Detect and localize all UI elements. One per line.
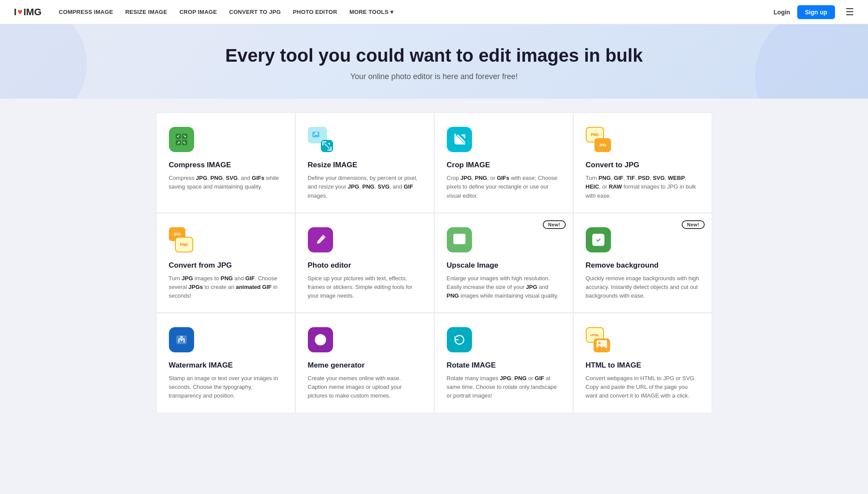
signup-button[interactable]: Sign up <box>797 5 835 19</box>
svg-point-14 <box>455 236 458 239</box>
tool-card-meme[interactable]: Meme generator Create your memes online … <box>295 313 434 413</box>
photo-editor-title: Photo editor <box>308 261 422 270</box>
compress-icon: ↙ ↘ ↗ ↖ <box>169 127 194 152</box>
hamburger-menu[interactable]: ☰ <box>845 7 854 18</box>
upscale-desc: Enlarge your images with high resolution… <box>447 274 561 300</box>
remove-bg-desc: Quickly remove image backgrounds with hi… <box>586 274 700 300</box>
logo-heart-icon: ♥ <box>17 7 23 17</box>
watermark-desc: Stamp an image or text over your images … <box>169 374 283 400</box>
tool-card-remove-bg[interactable]: New! Remove background Quickly remove im… <box>573 213 712 313</box>
rotate-desc: Rotate many images JPG, PNG or GIF at sa… <box>447 374 561 400</box>
compress-title: Compress IMAGE <box>169 161 283 169</box>
upscale-icon <box>447 227 472 252</box>
nav-right: Login Sign up ☰ <box>774 5 854 19</box>
navbar: I ♥ IMG COMPRESS IMAGE RESIZE IMAGE CROP… <box>0 0 868 24</box>
watermark-title: Watermark IMAGE <box>169 361 283 370</box>
photo-editor-desc: Spice up your pictures with text, effect… <box>308 274 422 300</box>
html-to-image-desc: Convert webpages in HTML to JPG or SVG. … <box>586 374 700 400</box>
resize-title: Resize IMAGE <box>308 161 422 169</box>
login-button[interactable]: Login <box>774 9 790 16</box>
svg-point-25 <box>598 342 601 344</box>
svg-text:↗: ↗ <box>176 141 180 145</box>
photo-editor-icon <box>308 227 333 252</box>
nav-links: COMPRESS IMAGE RESIZE IMAGE CROP IMAGE C… <box>59 9 774 15</box>
remove-bg-badge: New! <box>682 220 704 229</box>
meme-icon <box>308 327 333 352</box>
resize-icon <box>308 127 333 152</box>
hero-title: Every tool you could want to edit images… <box>14 45 854 66</box>
tool-card-crop[interactable]: Crop IMAGE Crop JPG, PNG, or GIFs with e… <box>434 113 573 212</box>
logo[interactable]: I ♥ IMG <box>14 7 42 18</box>
nav-compress[interactable]: COMPRESS IMAGE <box>59 9 113 15</box>
remove-bg-title: Remove background <box>586 261 700 270</box>
upscale-badge: New! <box>543 220 565 229</box>
watermark-icon <box>169 327 194 352</box>
svg-text:↖: ↖ <box>183 141 186 145</box>
tool-card-convert-from-jpg[interactable]: JPG PNG Convert from JPG Turn JPG images… <box>156 213 295 313</box>
tool-card-upscale[interactable]: New! Upscale Image Enlarge your images w… <box>434 213 573 313</box>
hero-section: Every tool you could want to edit images… <box>0 24 868 99</box>
logo-img: IMG <box>23 7 42 18</box>
tool-card-rotate[interactable]: Rotate IMAGE Rotate many images JPG, PNG… <box>434 313 573 413</box>
remove-bg-icon <box>586 227 611 252</box>
rotate-title: Rotate IMAGE <box>447 361 561 370</box>
convert-to-jpg-title: Convert to JPG <box>586 161 700 169</box>
tool-card-html-to-image[interactable]: HTML HTML to IMAGE Convert webpages in H… <box>573 313 712 413</box>
svg-point-19 <box>180 336 183 338</box>
convert-from-jpg-icon: JPG PNG <box>169 227 194 252</box>
svg-point-21 <box>315 335 326 345</box>
svg-rect-10 <box>315 133 317 135</box>
svg-text:↘: ↘ <box>183 134 186 139</box>
upscale-title: Upscale Image <box>447 261 561 270</box>
hero-subtitle: Your online photo editor is here and for… <box>14 72 854 81</box>
rotate-icon <box>447 327 472 352</box>
crop-title: Crop IMAGE <box>447 161 561 169</box>
meme-desc: Create your memes online with ease. Capt… <box>308 374 422 400</box>
svg-point-22 <box>318 338 320 339</box>
meme-title: Meme generator <box>308 361 422 370</box>
convert-from-jpg-desc: Turn JPG images to PNG and GIF. Choose s… <box>169 274 283 300</box>
tool-card-watermark[interactable]: Watermark IMAGE Stamp an image or text o… <box>156 313 295 413</box>
tool-card-resize[interactable]: Resize IMAGE Define your dimensions, by … <box>295 113 434 212</box>
crop-desc: Crop JPG, PNG, or GIFs with ease; Choose… <box>447 174 561 200</box>
crop-icon <box>447 127 472 152</box>
nav-crop[interactable]: CROP IMAGE <box>179 9 217 15</box>
svg-text:↙: ↙ <box>176 134 180 139</box>
logo-i: I <box>14 7 17 18</box>
tools-grid: ↙ ↘ ↗ ↖ Compress IMAGE Compress JPG, PNG… <box>130 99 738 427</box>
resize-desc: Define your dimensions, by percent or pi… <box>308 174 422 200</box>
nav-photo-editor[interactable]: PHOTO EDITOR <box>293 9 337 15</box>
svg-point-23 <box>321 338 323 339</box>
convert-to-jpg-desc: Turn PNG, GIF, TIF, PSD, SVG, WEBP, HEIC… <box>586 174 700 200</box>
tool-card-compress[interactable]: ↙ ↘ ↗ ↖ Compress IMAGE Compress JPG, PNG… <box>156 113 295 212</box>
convert-to-jpg-icon: PNG JPG <box>586 127 611 152</box>
tool-card-convert-to-jpg[interactable]: PNG JPG Convert to JPG Turn PNG, GIF, TI… <box>573 113 712 212</box>
html-to-image-icon: HTML <box>586 327 611 352</box>
nav-more-tools[interactable]: MORE TOOLS ▾ <box>350 9 393 15</box>
tool-card-photo-editor[interactable]: Photo editor Spice up your pictures with… <box>295 213 434 313</box>
html-to-image-title: HTML to IMAGE <box>586 361 700 370</box>
nav-convert[interactable]: CONVERT TO JPG <box>229 9 281 15</box>
compress-desc: Compress JPG, PNG, SVG, and GIFs while s… <box>169 174 283 191</box>
nav-resize[interactable]: RESIZE IMAGE <box>125 9 167 15</box>
convert-from-jpg-title: Convert from JPG <box>169 261 283 270</box>
